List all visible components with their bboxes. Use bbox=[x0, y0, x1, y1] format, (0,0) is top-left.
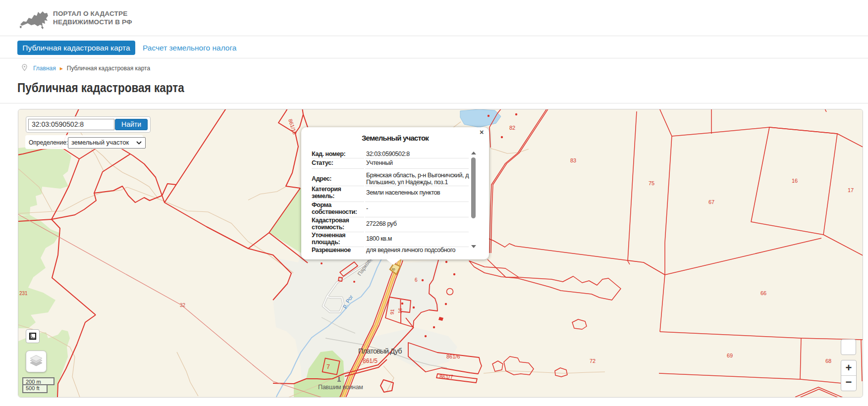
svg-text:32: 32 bbox=[180, 303, 186, 308]
svg-text:861/6: 861/6 bbox=[446, 354, 460, 359]
svg-text:6: 6 bbox=[415, 277, 418, 283]
svg-text:66: 66 bbox=[760, 290, 766, 296]
svg-text:861/7: 861/7 bbox=[439, 374, 453, 380]
svg-text:68: 68 bbox=[825, 358, 831, 364]
svg-text:67: 67 bbox=[708, 199, 714, 205]
svg-text:75: 75 bbox=[649, 180, 654, 186]
svg-text:91: 91 bbox=[389, 308, 395, 314]
svg-text:7: 7 bbox=[326, 363, 330, 370]
svg-text:231: 231 bbox=[19, 291, 28, 296]
svg-text:69: 69 bbox=[727, 353, 733, 358]
svg-text:16: 16 bbox=[792, 178, 798, 184]
svg-text:861/5: 861/5 bbox=[363, 357, 378, 364]
svg-text:72: 72 bbox=[590, 358, 596, 364]
svg-text:83: 83 bbox=[570, 157, 576, 163]
svg-text:17: 17 bbox=[848, 187, 854, 193]
svg-text:Павшим воинам: Павшим воинам bbox=[318, 384, 363, 391]
svg-text:16: 16 bbox=[397, 307, 403, 313]
svg-text:82: 82 bbox=[509, 125, 515, 131]
svg-text:Платовый Дуб: Платовый Дуб bbox=[358, 347, 402, 355]
